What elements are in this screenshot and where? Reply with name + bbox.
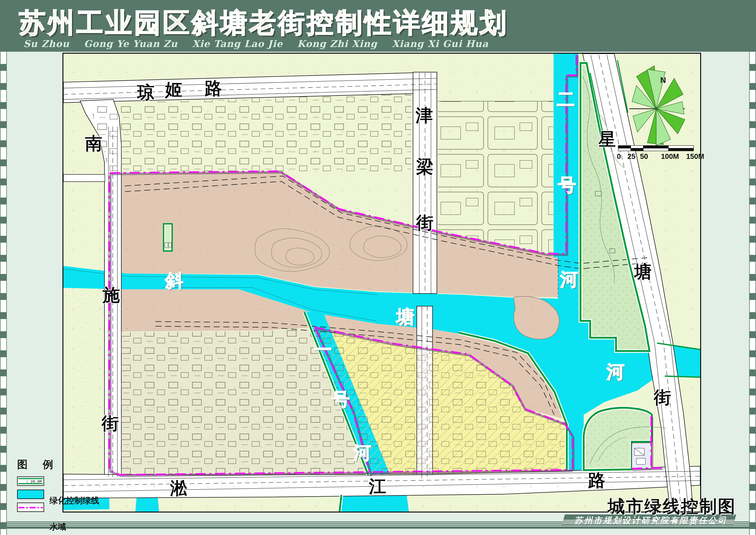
page-subtitle: Su Zhou Gong Ye Yuan Zu Xie Tang Lao Jie… [23, 38, 489, 49]
page-title: 苏州工业园区斜塘老街控制性详细规划 [19, 5, 508, 41]
legend-label: 绿化控制绿线 [49, 495, 99, 506]
greenline-width-note: ↕ 20.0M [26, 480, 42, 484]
scale-bar-tick: 100M [661, 153, 679, 160]
legend: 图 例 ↕ 20.0M 绿化控制绿线 水域 规划范围 [14, 458, 107, 472]
footer-stripe [7, 526, 749, 529]
scale-bar-tick: 0 [617, 153, 621, 160]
survey-noise [63, 54, 700, 512]
scale-bar-tick: 25 [628, 153, 635, 160]
greenline-swatch: ↕ 20.0M [17, 476, 44, 486]
film-strip-right-icon [749, 52, 756, 535]
legend-label: 水域 [49, 521, 66, 532]
header-band: 苏州工业园区斜塘老街控制性详细规划 Su Zhou Gong Ye Yuan Z… [0, 0, 756, 52]
map-canvas [63, 53, 701, 513]
map-title: 城市绿线控制图 [605, 495, 736, 519]
map-drawing [63, 54, 700, 512]
boundary-swatch [17, 503, 44, 512]
scale-bar-tick: 150M [686, 153, 704, 160]
scale-bar [618, 146, 693, 151]
legend-heading: 图 例 [17, 458, 107, 472]
film-strip-left-icon [0, 52, 7, 535]
water-swatch [17, 490, 44, 499]
scale-bar-tick: 50 [640, 153, 648, 160]
north-label: N [660, 76, 666, 85]
